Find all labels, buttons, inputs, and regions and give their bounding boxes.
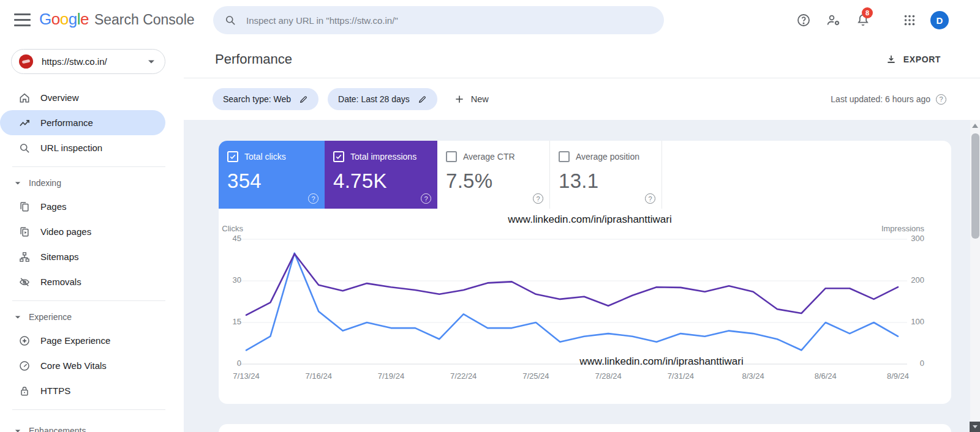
left-axis-tick: 15 — [219, 317, 241, 326]
hamburger-menu-icon[interactable] — [14, 13, 31, 27]
x-axis-tick: 7/16/24 — [306, 371, 332, 381]
plus-icon — [454, 94, 465, 105]
metric-value: 13.1 — [559, 169, 653, 193]
sidebar-item-label: Sitemaps — [40, 251, 79, 262]
compass-star-icon — [18, 335, 31, 347]
sidebar-item-label: URL inspection — [40, 143, 102, 153]
manage-users-icon[interactable] — [826, 12, 842, 28]
property-selector[interactable]: https://stw.co.in/ — [11, 49, 165, 74]
pencil-icon — [418, 95, 427, 104]
metric-card-average-ctr[interactable]: Average CTR 7.5% — [437, 141, 550, 209]
left-axis-tick: 45 — [219, 234, 241, 243]
sidebar-item-page-experience[interactable]: Page Experience — [0, 328, 165, 353]
help-circle-icon[interactable] — [308, 193, 318, 204]
sidebar-item-https[interactable]: HTTPS — [0, 378, 165, 403]
left-axis-title: Clicks — [219, 224, 243, 233]
sidebar-section-experience[interactable]: Experience — [0, 306, 184, 328]
sidebar-item-core-web-vitals[interactable]: Core Web Vitals — [0, 353, 165, 378]
new-filter-button[interactable]: New — [454, 94, 489, 105]
help-icon[interactable] — [796, 12, 812, 28]
sidebar-item-label: HTTPS — [40, 385, 70, 396]
left-axis-tick: 30 — [219, 275, 241, 285]
eye-off-icon — [18, 276, 31, 288]
sidebar-item-label: Page Experience — [40, 335, 110, 346]
sidebar-item-pages[interactable]: Pages — [0, 194, 165, 219]
sidebar-item-overview[interactable]: Overview — [0, 85, 165, 110]
section-label: Indexing — [29, 178, 61, 188]
clicks-impressions-chart[interactable]: 4530150 3002001000 7/13/247/16/247/19/24… — [219, 233, 951, 393]
chevron-down-icon — [15, 429, 21, 432]
google-search-console-app: Google Search Console 8 D https://stw.co… — [0, 0, 980, 432]
sidebar-section-enhancements[interactable]: Enhancements — [0, 420, 184, 432]
export-button[interactable]: EXPORT — [886, 40, 941, 78]
trending-up-icon — [18, 117, 31, 129]
checkbox-unchecked-icon[interactable] — [446, 151, 457, 162]
metric-card-total-impressions[interactable]: Total impressions 4.75K — [325, 141, 437, 209]
sitemap-tree-icon — [18, 251, 31, 263]
help-circle-icon[interactable] — [533, 193, 543, 204]
scrollbar-down-arrow[interactable] — [970, 422, 980, 432]
metric-label: Total impressions — [350, 152, 417, 162]
watermark-text: www.linkedin.com/in/iprashanttiwari — [508, 214, 671, 226]
search-icon — [224, 14, 236, 26]
sidebar-section-indexing[interactable]: Indexing — [0, 172, 184, 194]
x-axis-tick: 7/31/24 — [668, 371, 694, 381]
scrollbar-up-arrow[interactable] — [972, 124, 978, 128]
sidebar-item-label: Pages — [40, 201, 67, 212]
chart-plot-area[interactable] — [219, 233, 951, 373]
site-favicon — [19, 54, 33, 69]
sidebar-item-video-pages[interactable]: Video pages — [0, 219, 165, 244]
chevron-down-icon — [15, 181, 21, 185]
sidebar-item-performance[interactable]: Performance — [0, 110, 165, 135]
sidebar-divider — [12, 166, 165, 167]
sidebar-nav: Overview Performance URL inspection In — [0, 85, 184, 432]
section-label: Enhancements — [29, 426, 86, 432]
series-line-impressions — [246, 254, 898, 315]
metric-label: Total clicks — [244, 152, 286, 162]
metric-card-average-position[interactable]: Average position 13.1 — [550, 141, 662, 209]
performance-chart-panel: Total clicks 354 Total impressions 4.75K — [219, 141, 951, 404]
app-logo[interactable]: Google Search Console — [39, 10, 195, 29]
x-axis-tick: 8/9/24 — [887, 371, 909, 381]
page-title: Performance — [215, 40, 292, 78]
report-header: Performance EXPORT — [184, 40, 980, 78]
metric-label: Average position — [576, 152, 639, 162]
download-icon — [886, 54, 897, 65]
right-axis-tick: 300 — [897, 234, 924, 243]
checkbox-checked-icon[interactable] — [227, 151, 238, 162]
search-type-chip[interactable]: Search type: Web — [213, 88, 318, 110]
date-range-chip[interactable]: Date: Last 28 days — [328, 88, 437, 110]
checkbox-unchecked-icon[interactable] — [559, 151, 570, 162]
right-axis-tick: 100 — [897, 317, 924, 326]
google-apps-grid-icon[interactable] — [902, 12, 918, 28]
search-icon — [18, 142, 31, 154]
series-line-clicks — [246, 253, 898, 351]
pencil-icon — [299, 95, 308, 104]
new-label: New — [471, 94, 489, 104]
metric-value: 7.5% — [446, 169, 541, 193]
watermark-text: www.linkedin.com/in/iprashanttiwari — [579, 356, 743, 368]
x-axis-tick: 7/28/24 — [595, 371, 621, 381]
video-page-icon — [18, 226, 31, 238]
next-report-panel — [219, 424, 951, 432]
url-inspect-searchbar[interactable] — [213, 6, 664, 34]
sidebar-item-removals[interactable]: Removals — [0, 269, 165, 294]
user-avatar[interactable]: D — [930, 11, 949, 29]
checkbox-checked-icon[interactable] — [333, 151, 344, 162]
help-circle-icon[interactable] — [421, 193, 431, 204]
sidebar: https://stw.co.in/ Overview Performance — [0, 40, 184, 432]
sidebar-item-sitemaps[interactable]: Sitemaps — [0, 244, 165, 269]
right-axis-tick: 200 — [897, 275, 924, 285]
scrollbar-thumb[interactable] — [971, 133, 979, 239]
google-logo-text: Google — [39, 10, 89, 29]
filter-bar: Search type: Web Date: Last 28 days New … — [184, 78, 980, 120]
help-circle-icon[interactable] — [645, 193, 655, 204]
last-updated-text: Last updated: 6 hours ago — [831, 94, 930, 104]
right-axis-tick: 0 — [897, 359, 924, 368]
metric-card-total-clicks[interactable]: Total clicks 354 — [219, 141, 325, 209]
help-circle-icon[interactable] — [936, 94, 946, 105]
url-inspect-input[interactable] — [245, 15, 655, 26]
product-name: Search Console — [94, 12, 195, 28]
sidebar-item-url-inspection[interactable]: URL inspection — [0, 135, 165, 160]
sidebar-divider — [12, 409, 165, 410]
